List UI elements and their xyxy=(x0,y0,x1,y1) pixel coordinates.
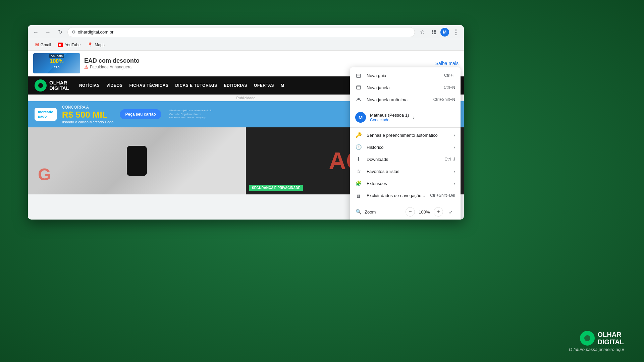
article-bg-left xyxy=(28,127,246,194)
trash-icon: 🗑 xyxy=(355,192,362,199)
menu-favoritos[interactable]: ☆ Favoritos e listas › xyxy=(350,165,461,177)
website-content: Anúncio 100% EAD EAD com desconto ⚠ Facu… xyxy=(28,51,464,220)
back-button[interactable]: ← xyxy=(31,27,41,37)
logo-circle-icon xyxy=(35,79,47,92)
menu-profile-avatar: M xyxy=(355,112,366,123)
address-bar[interactable]: ⚙ olhardigital.com.br xyxy=(67,27,415,37)
svg-rect-3 xyxy=(434,33,436,34)
excluir-label: Excluir dados de navegação... xyxy=(367,193,425,198)
mp-concorra: CONCORRA A xyxy=(62,105,115,110)
bookmarks-bar: M Gmail ▶ YouTube 📍 Maps xyxy=(28,39,464,51)
menu-senhas[interactable]: 🔑 Senhas e preenchimento automático › xyxy=(350,129,461,141)
watermark-logo: OLHARDIGITAL xyxy=(580,331,624,346)
menu-profile-row[interactable]: M Matheus (Pessoa 1) Conectado › xyxy=(350,109,461,126)
profile-avatar[interactable]: M xyxy=(440,28,449,37)
nova-janela-label: Nova janela xyxy=(367,85,439,90)
saiba-mais-link[interactable]: Saiba mais xyxy=(435,61,459,66)
wm-tagline: O futuro passa primeiro aqui xyxy=(569,347,624,352)
favoritos-arrow: › xyxy=(453,169,455,174)
divider-2 xyxy=(350,127,461,128)
nova-guia-shortcut: Ctrl+T xyxy=(444,73,455,78)
phone-shape xyxy=(127,146,147,176)
downloads-label: Downloads xyxy=(367,157,440,162)
svg-rect-2 xyxy=(432,33,433,34)
nav-ofertas[interactable]: OFERTAS xyxy=(254,83,274,88)
bookmark-maps-label: Maps xyxy=(95,43,104,47)
menu-historico[interactable]: 🕐 Histórico › xyxy=(350,141,461,153)
svg-rect-4 xyxy=(357,74,361,77)
bookmark-maps[interactable]: 📍 Maps xyxy=(85,41,107,49)
site-logo: OLHARDIGITAL xyxy=(35,79,69,92)
history-icon: 🕐 xyxy=(355,144,362,150)
ad-label: Anúncio xyxy=(49,54,64,58)
nav-more[interactable]: M xyxy=(281,83,284,88)
mp-prize: R$ 500 MIL xyxy=(62,110,115,120)
tab-icon xyxy=(355,72,362,79)
svg-rect-0 xyxy=(432,30,433,32)
menu-downloads[interactable]: ⬇ Downloads Ctrl+J xyxy=(350,153,461,165)
nav-editorias[interactable]: EDITORIAS xyxy=(224,83,247,88)
google-g-letter: G xyxy=(38,165,51,184)
menu-incognito[interactable]: Nova janela anônima Ctrl+Shift+N xyxy=(350,94,461,106)
mp-cta-button[interactable]: Peça seu cartão xyxy=(120,109,161,119)
extensoes-label: Extensões xyxy=(367,181,449,186)
menu-excluir[interactable]: 🗑 Excluir dados de navegação... Ctrl+Shi… xyxy=(350,189,461,201)
mp-disclaimer: *Produto sujeito a análise de crédito.Co… xyxy=(169,109,236,119)
nav-noticias[interactable]: NOTÍCIAS xyxy=(79,83,100,88)
warning-icon: ⚠ xyxy=(84,64,89,70)
divider-1 xyxy=(350,107,461,107)
browser-window: ← → ↻ ⚙ olhardigital.com.br ☆ M ⋮ M Gma xyxy=(28,25,464,220)
menu-button[interactable]: ⋮ xyxy=(451,27,461,37)
divider-3 xyxy=(350,203,461,203)
mp-content: CONCORRA A R$ 500 MIL usando o cartão Me… xyxy=(62,105,115,124)
ad-title: EAD com desconto xyxy=(84,57,431,64)
historico-label: Histórico xyxy=(367,145,449,150)
zoom-expand-button[interactable]: ⤢ xyxy=(446,207,455,217)
zoom-label: Zoom xyxy=(365,209,403,215)
downloads-shortcut: Ctrl+J xyxy=(444,157,455,162)
mp-description: usando o cartão Mercado Pago. xyxy=(62,120,115,124)
extensoes-arrow: › xyxy=(453,181,455,186)
bookmark-gmail[interactable]: M Gmail xyxy=(33,41,54,49)
nav-fichas[interactable]: FICHAS TÉCNICAS xyxy=(129,83,169,88)
nova-janela-shortcut: Ctrl+N xyxy=(444,85,455,90)
zoom-minus-button[interactable]: − xyxy=(406,207,415,217)
menu-extensoes[interactable]: 🧩 Extensões › xyxy=(350,177,461,189)
article-image-left: G xyxy=(28,127,246,194)
pub-label: Publicidade xyxy=(236,96,256,100)
zoom-icon: 🔍 xyxy=(355,208,362,215)
extensions-button[interactable] xyxy=(429,27,438,37)
download-icon: ⬇ xyxy=(355,156,362,163)
watermark: OLHARDIGITAL O futuro passa primeiro aqu… xyxy=(569,331,624,352)
mp-logo: mercadopago xyxy=(35,108,57,121)
historico-arrow: › xyxy=(453,144,455,150)
context-menu: Nova guia Ctrl+T Nova janela Ctrl+N xyxy=(350,67,461,220)
bookmark-youtube[interactable]: ▶ YouTube xyxy=(55,41,83,49)
wm-circle-icon xyxy=(580,331,595,346)
nova-guia-label: Nova guia xyxy=(367,73,439,78)
ad-image: Anúncio 100% EAD xyxy=(33,53,80,73)
svg-point-8 xyxy=(359,100,360,101)
reload-button[interactable]: ↻ xyxy=(55,27,65,37)
menu-nova-guia[interactable]: Nova guia Ctrl+T xyxy=(350,69,461,81)
nav-videos[interactable]: VÍDEOS xyxy=(106,83,122,88)
favoritos-label: Favoritos e listas xyxy=(367,169,449,174)
forward-button[interactable]: → xyxy=(43,27,53,37)
logo-text: OLHARDIGITAL xyxy=(49,80,69,91)
svg-rect-5 xyxy=(357,86,361,89)
bookmark-button[interactable]: ☆ xyxy=(418,27,427,37)
nav-dicas[interactable]: DICAS E TUTORIAIS xyxy=(175,83,217,88)
puzzle-icon: 🧩 xyxy=(355,180,362,187)
url-text: olhardigital.com.br xyxy=(78,29,113,35)
chrome-toolbar: ← → ↻ ⚙ olhardigital.com.br ☆ M ⋮ xyxy=(28,25,464,39)
zoom-row: 🔍 Zoom − 100% + ⤢ xyxy=(350,204,461,219)
excluir-shortcut: Ctrl+Shift+Del xyxy=(430,193,455,198)
nova-janela-anonima-label: Nova janela anônima xyxy=(367,97,429,102)
nova-janela-anonima-shortcut: Ctrl+Shift+N xyxy=(433,97,455,102)
bookmark-youtube-label: YouTube xyxy=(65,43,80,47)
zoom-plus-button[interactable]: + xyxy=(434,207,443,217)
senhas-arrow: › xyxy=(453,132,455,138)
menu-nova-janela[interactable]: Nova janela Ctrl+N xyxy=(350,81,461,94)
wm-text: OLHARDIGITAL xyxy=(597,331,624,346)
zoom-value: 100% xyxy=(418,209,431,215)
